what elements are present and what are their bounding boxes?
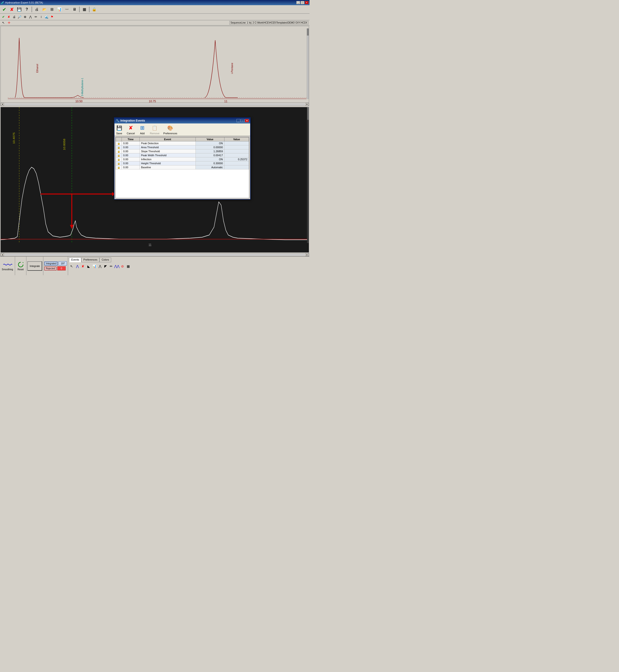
value1-cell[interactable]: 0.30000	[196, 161, 224, 165]
table-row[interactable]: 🔒0.00BaselineAutomatic	[116, 165, 249, 170]
int-rej-section: Integrated Rejected	[43, 257, 68, 275]
bars-button[interactable]: ▦	[81, 6, 88, 13]
title-bar-left: 🧪 Hydrocarbon Expert 5.01 (BETA)	[1, 1, 43, 4]
dialog-remove-button[interactable]: 📋 Remove	[150, 124, 159, 135]
maximize-button[interactable]: □	[300, 1, 304, 4]
dialog-preferences-button[interactable]: 🎨 Preferences	[163, 124, 177, 135]
chart-button[interactable]: 📊	[56, 6, 63, 13]
colors-tab[interactable]: Colors	[99, 258, 111, 262]
value1-cell[interactable]: 0.00000	[196, 145, 224, 149]
peak-button[interactable]: ⋀	[28, 15, 33, 19]
value2-cell[interactable]	[224, 165, 249, 170]
crosshair-button[interactable]: ✛	[7, 20, 11, 25]
tab-tool-6[interactable]: ⋀	[97, 264, 102, 269]
check-button[interactable]: ✔	[1, 6, 8, 13]
table-row[interactable]: 🔒0.00Peak Width Threshold0.00417	[116, 153, 249, 157]
special-button[interactable]: i	[39, 15, 44, 19]
help-button[interactable]: ?	[23, 6, 30, 13]
lower-scroll-right[interactable]: ►	[305, 253, 309, 256]
preferences-tab[interactable]: Preferences	[81, 258, 99, 262]
tab-tool-1[interactable]: ↖	[69, 264, 74, 269]
value2-cell[interactable]	[224, 149, 249, 153]
svg-rect-1	[8, 28, 306, 99]
screen-button[interactable]: 🖥	[71, 6, 78, 13]
wave2-button[interactable]: 🌊	[44, 15, 49, 19]
value1-cell[interactable]: 1.26859	[196, 149, 224, 153]
value1-cell[interactable]: 0.00417	[196, 153, 224, 157]
time-cell: 0.00	[122, 161, 140, 165]
table-row[interactable]: 🔒0.00InflectionON0.25372	[116, 157, 249, 161]
cancel-label: Cancel	[127, 132, 135, 135]
table-row[interactable]: 🔒0.00Area Threshold0.00000	[116, 145, 249, 149]
scroll-left-button[interactable]: ◄	[1, 103, 4, 106]
event-cell: Peak Detection	[139, 141, 196, 145]
tab-tool-3[interactable]: ✘	[80, 264, 85, 269]
tab-tool-2[interactable]: ⋀	[75, 264, 80, 269]
dialog-title-buttons: _ □ ✕	[236, 119, 249, 122]
value2-cell[interactable]	[224, 153, 249, 157]
svg-rect-21	[307, 107, 309, 120]
events-table-container[interactable]: Time Event Value Value 🔒0.00Peak Detecti…	[116, 137, 249, 198]
event-column-header: Event	[139, 137, 196, 141]
value1-cell[interactable]: ON	[196, 157, 224, 161]
integrated-button[interactable]: Integrated	[44, 262, 58, 266]
dialog-save-button[interactable]: 💾 Save	[116, 124, 123, 135]
print2-button[interactable]: 🖨	[12, 15, 16, 19]
value2-cell[interactable]	[224, 145, 249, 149]
tab-tool-7[interactable]: ◤	[103, 264, 108, 269]
integrate-button[interactable]: Integrate	[27, 261, 42, 271]
delete-button[interactable]: ✘	[6, 15, 11, 19]
integrated-count-field[interactable]	[58, 261, 67, 266]
scroll-track[interactable]	[4, 104, 305, 105]
scroll-right-button[interactable]: ►	[305, 103, 309, 106]
table-row[interactable]: 🔒0.00Height Threshold0.30000	[116, 161, 249, 165]
value2-cell[interactable]	[224, 141, 249, 145]
zoom-button[interactable]: 🔎	[17, 15, 22, 19]
dialog-close-button[interactable]: ✕	[245, 119, 249, 122]
dialog-title-text: Integration Events	[120, 119, 145, 122]
lower-scroll-track[interactable]	[4, 254, 305, 256]
value1-cell[interactable]: Automatic	[196, 165, 224, 170]
open-file-button[interactable]: 📂	[41, 6, 48, 13]
value2-cell[interactable]	[224, 161, 249, 165]
cursor-button[interactable]: ⊕	[23, 15, 27, 19]
table-row[interactable]: 🔒0.00Peak DetectionON	[116, 141, 249, 145]
dialog-maximize-button[interactable]: □	[241, 119, 245, 122]
dialog-cancel-button[interactable]: ✘ Cancel	[127, 124, 135, 135]
value1-cell[interactable]: ON	[196, 141, 224, 145]
flag-button[interactable]: ⚑	[50, 15, 54, 19]
table-button[interactable]: ⊞	[49, 6, 55, 13]
save-label: Save	[116, 132, 122, 135]
draw-button[interactable]: ✔	[1, 15, 6, 19]
edit-button[interactable]: ✏	[33, 15, 38, 19]
dialog-add-button[interactable]: ⊞ Add	[138, 124, 146, 135]
value2-cell[interactable]: 0.25372	[224, 157, 249, 161]
lower-scroll-left[interactable]: ◄	[1, 253, 4, 256]
cancel-button[interactable]: ✘	[8, 6, 15, 13]
add-icon: ⊞	[138, 124, 146, 131]
rejected-count-field[interactable]	[57, 266, 66, 270]
arrow-button[interactable]: ↖	[1, 20, 6, 25]
dialog-minimize-button[interactable]: _	[236, 119, 240, 122]
print-button[interactable]: 🖨	[33, 6, 40, 13]
minimize-button[interactable]: _	[296, 1, 300, 4]
tab-tool-9[interactable]: ⋀⋀	[114, 264, 120, 269]
separator	[31, 7, 32, 12]
table-row[interactable]: 🔒0.00Slope Threshold1.26859	[116, 149, 249, 153]
tab-tool-5[interactable]: 📊	[92, 264, 97, 269]
tab-tool-10[interactable]: ⊘	[120, 264, 125, 269]
event-cell: Inflection	[139, 157, 196, 161]
rejected-button[interactable]: Rejected	[44, 267, 56, 270]
tab-tool-4[interactable]: ◣	[86, 264, 91, 269]
event-cell: Baseline	[139, 165, 196, 170]
integration-events-dialog: 🔧 Integration Events _ □ ✕ 💾 Save ✘ Canc…	[114, 117, 251, 200]
waveform-button[interactable]: 〰	[64, 6, 70, 13]
svg-rect-11	[307, 28, 309, 36]
lock-button[interactable]: 🔒	[91, 6, 97, 13]
tab-tool-8[interactable]: ✏	[109, 264, 114, 269]
tab-tool-11[interactable]: ▦	[126, 264, 131, 269]
events-tab[interactable]: Events	[69, 258, 81, 262]
dialog-title-left: 🔧 Integration Events	[116, 119, 145, 122]
save-button[interactable]: 💾	[16, 6, 23, 13]
close-button[interactable]: ✕	[305, 1, 308, 4]
